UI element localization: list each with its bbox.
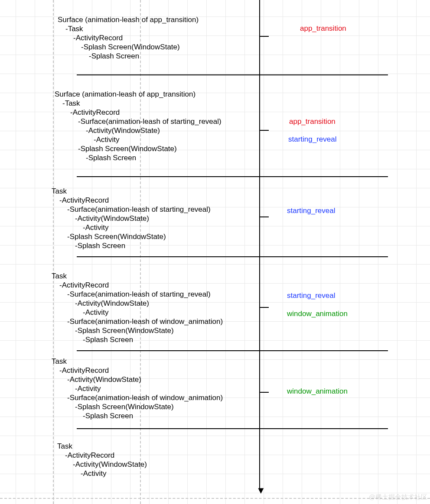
timeline-tick — [259, 307, 269, 308]
annotation-starting_reveal: starting_reveal — [287, 206, 336, 215]
section-separator — [77, 74, 388, 75]
tree-node-line: -Task — [62, 99, 80, 108]
tree-node-line: -Splash Screen — [83, 411, 133, 420]
tree-node-line: Surface (animation-leash of app_transiti… — [58, 15, 199, 24]
annotation-app_transition: app_transition — [289, 117, 336, 126]
tree-node-line: -Activity(WindowState) — [86, 126, 160, 135]
timeline-tick — [259, 392, 269, 393]
tree-node-line: -ActivityRecord — [59, 281, 109, 290]
section-separator — [77, 256, 388, 257]
tree-node-line: -Splash Screen — [75, 241, 125, 250]
tree-node-line: -Activity — [81, 469, 107, 478]
tree-node-line: -ActivityRecord — [59, 366, 109, 375]
annotation-starting_reveal: starting_reveal — [287, 291, 336, 300]
section-separator — [77, 428, 388, 429]
tree-node-line: -Surface(animation-leash of window_anima… — [67, 393, 223, 402]
tree-node-line: -Task — [65, 24, 83, 33]
diagram-canvas: ▼Surface (animation-leash of app_transit… — [0, 0, 430, 504]
tree-node-line: Surface (animation-leash of app_transiti… — [55, 90, 195, 99]
annotation-window_animation: window_animation — [287, 387, 348, 396]
annotation-window_animation: window_animation — [287, 309, 348, 318]
tree-node-line: -Activity — [75, 384, 101, 393]
tree-node-line: Task — [57, 442, 72, 451]
tree-node-line: -Activity — [94, 135, 120, 144]
tree-node-line: -Surface(animation-leash of window_anima… — [67, 317, 223, 326]
tree-node-line: -Activity(WindowState) — [75, 299, 149, 308]
tree-node-line: -Activity(WindowState) — [75, 214, 149, 223]
tree-node-line: -Splash Screen — [89, 52, 139, 61]
timeline-axis — [259, 0, 260, 491]
tree-node-line: -Splash Screen — [83, 335, 133, 344]
tree-node-line: -Splash Screen(WindowState) — [75, 402, 174, 411]
tree-node-line: -ActivityRecord — [73, 33, 123, 42]
dashed-guide-vertical — [53, 0, 54, 504]
tree-node-line: Task — [52, 271, 67, 281]
tree-node-line: -Surface(animation-leash of starting_rev… — [78, 117, 222, 126]
watermark: @稀土掘金技术社区 — [369, 493, 427, 501]
tree-node-line: -Splash Screen(WindowState) — [67, 232, 166, 241]
tree-node-line: -Splash Screen — [86, 153, 136, 162]
timeline-tick — [259, 130, 269, 131]
tree-node-line: Task — [52, 187, 67, 196]
annotation-starting_reveal: starting_reveal — [288, 135, 337, 144]
section-separator — [77, 350, 388, 351]
timeline-tick — [259, 216, 269, 217]
tree-node-line: -ActivityRecord — [65, 451, 114, 460]
dashed-guide-horizontal — [0, 498, 430, 499]
tree-node-line: -Splash Screen(WindowState) — [75, 326, 174, 335]
tree-node-line: -ActivityRecord — [59, 196, 109, 205]
tree-node-line: -Activity(WindowState) — [67, 375, 141, 384]
annotation-app_transition: app_transition — [300, 24, 346, 33]
tree-node-line: -Activity(WindowState) — [73, 460, 147, 469]
timeline-tick — [259, 36, 269, 37]
tree-node-line: -Surface(animation-leash of starting_rev… — [67, 205, 211, 214]
tree-node-line: -ActivityRecord — [70, 108, 120, 117]
tree-node-line: -Activity — [83, 223, 109, 232]
tree-node-line: -Splash Screen(WindowState) — [81, 42, 180, 52]
tree-node-line: Task — [52, 357, 67, 366]
tree-node-line: -Activity — [83, 308, 109, 317]
tree-node-line: -Splash Screen(WindowState) — [78, 144, 177, 153]
section-separator — [77, 176, 388, 177]
timeline-arrowhead-icon: ▼ — [256, 485, 266, 496]
tree-node-line: -Surface(animation-leash of starting_rev… — [67, 290, 211, 299]
